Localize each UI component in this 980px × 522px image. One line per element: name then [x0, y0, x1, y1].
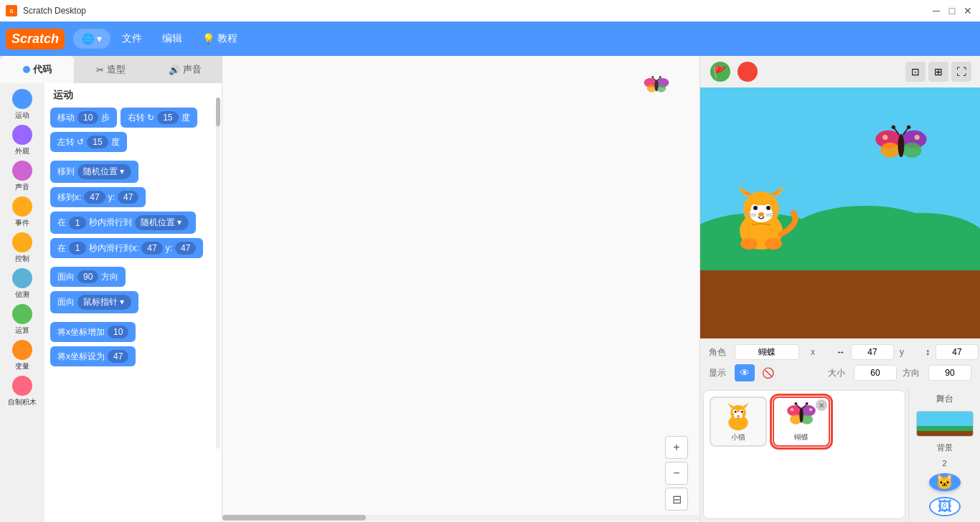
svg-point-58: [809, 408, 813, 412]
block-change-x[interactable]: 将x坐标增加 10: [50, 322, 136, 342]
cat-control-label: 控制: [15, 254, 29, 264]
cat-variables-circle: [12, 340, 32, 360]
cat-thumb-svg: [720, 401, 756, 431]
block-face-direction[interactable]: 面向 90 方向: [50, 267, 126, 287]
cat-operators[interactable]: 运算: [12, 304, 32, 336]
add-stage-button[interactable]: 🖼: [929, 497, 961, 516]
stop-button[interactable]: [738, 62, 758, 82]
svg-point-7: [651, 76, 654, 78]
block-move[interactable]: 移动 10 步: [50, 108, 117, 128]
script-sprite-butterfly: [642, 73, 671, 99]
zoom-fit-button[interactable]: ⊟: [665, 488, 688, 511]
dir-label: 方向: [903, 367, 923, 379]
tutorial-icon: 💡: [202, 33, 215, 44]
y-value-input[interactable]: [936, 344, 979, 360]
close-button[interactable]: ✕: [961, 4, 974, 17]
tab-code-label: 代码: [33, 63, 52, 76]
cat-variables[interactable]: 变量: [12, 340, 32, 371]
block-face-toward[interactable]: 面向 鼠标指针 ▾: [50, 291, 138, 313]
grass-right: [858, 213, 980, 270]
green-flag-button[interactable]: 🚩: [709, 60, 732, 83]
svg-point-47: [737, 415, 740, 417]
svg-point-44: [735, 411, 737, 413]
small-stage-button[interactable]: ⊡: [905, 62, 925, 82]
tab-costume[interactable]: ✂ 造型: [74, 56, 148, 83]
stage-thumbnail[interactable]: [916, 411, 974, 437]
svg-point-26: [765, 238, 782, 250]
block-glide-xy[interactable]: 在 1 秒内滑行到x: 47 y: 47: [50, 238, 203, 258]
cat-sensing[interactable]: 侦测: [12, 268, 32, 300]
stage-controls: 🚩 ⊡ ⊞ ⛶: [700, 56, 980, 87]
sprite-thumb-cat[interactable]: 小猫: [710, 397, 767, 447]
minimize-button[interactable]: ─: [930, 4, 943, 17]
svg-point-19: [766, 206, 771, 210]
sprite-info-panel: 角色 x ↔ y ↕ 显示 👁 🚫 大小 方向: [700, 338, 980, 387]
svg-point-37: [915, 135, 920, 140]
cat-control-circle: [12, 232, 32, 252]
svg-point-31: [898, 134, 905, 157]
sprites-row: 小猫 ✕: [710, 397, 899, 447]
block-turn-left[interactable]: 左转 ↺ 15 度: [50, 132, 127, 152]
scripting-area[interactable]: + − ⊟: [222, 56, 700, 522]
stage-cat-sprite: [722, 181, 801, 252]
main-area: 代码 ✂ 造型 🔊 声音 运动 外观: [0, 56, 980, 522]
dir-input[interactable]: [928, 365, 971, 381]
svg-point-55: [794, 402, 797, 405]
size-input[interactable]: [854, 365, 897, 381]
stage-side-panel: 舞台 背景 2 🐱 🖼: [908, 387, 980, 522]
tutorial-menu[interactable]: 💡 教程: [194, 28, 246, 49]
normal-stage-button[interactable]: ⊞: [928, 62, 948, 82]
block-goto-xy[interactable]: 移到x: 47 y: 47: [50, 187, 146, 207]
cat-looks[interactable]: 外观: [12, 125, 32, 156]
cat-operators-circle: [12, 304, 32, 324]
h-scrollbar[interactable]: [222, 515, 699, 521]
h-scrollbar-thumb: [222, 515, 366, 521]
cat-sound-circle: [12, 161, 32, 181]
zoom-in-button[interactable]: +: [665, 436, 688, 459]
block-turn-right[interactable]: 右转 ↻ 15 度: [121, 108, 197, 128]
visibility-buttons: 👁 🚫: [735, 364, 778, 381]
x-value-input[interactable]: [851, 344, 894, 360]
tab-code[interactable]: 代码: [0, 56, 74, 83]
add-sprite-button[interactable]: 🐱: [929, 473, 961, 491]
tab-sound-label: 声音: [183, 63, 202, 76]
cat-operators-label: 运算: [15, 326, 29, 336]
cat-events[interactable]: 事件: [12, 196, 32, 228]
svg-point-45: [741, 411, 743, 413]
svg-point-25: [740, 238, 758, 250]
svg-point-56: [806, 402, 809, 405]
file-menu[interactable]: 文件: [113, 28, 151, 49]
script-canvas: [222, 56, 699, 522]
butterfly-script-svg: [642, 73, 671, 97]
globe-icon: 🌐: [82, 33, 94, 44]
sprite-delete-button[interactable]: ✕: [816, 399, 827, 411]
zoom-out-button[interactable]: −: [665, 462, 688, 485]
maximize-button[interactable]: □: [946, 4, 958, 17]
cat-myblocks[interactable]: 自制积木: [8, 376, 37, 407]
title-text: Scratch Desktop: [23, 6, 86, 16]
layout-buttons: ⊡ ⊞ ⛶: [905, 62, 971, 82]
cat-myblocks-circle: [12, 376, 32, 396]
cat-control[interactable]: 控制: [12, 232, 32, 264]
hide-button[interactable]: 🚫: [758, 364, 778, 381]
bg-num: 2: [942, 459, 946, 468]
sprite-thumb-butterfly[interactable]: ✕: [773, 397, 830, 447]
tab-sound[interactable]: 🔊 声音: [148, 56, 222, 83]
block-goto[interactable]: 移到 随机位置 ▾: [50, 161, 138, 183]
edit-menu[interactable]: 编辑: [154, 28, 191, 49]
size-label: 大小: [828, 367, 848, 379]
show-button[interactable]: 👁: [735, 364, 755, 381]
cat-sound[interactable]: 声音: [12, 161, 32, 192]
sprite-label: 角色: [709, 346, 729, 359]
language-button[interactable]: 🌐 ▾: [73, 29, 110, 49]
block-glide-random[interactable]: 在 1 秒内滑行到 随机位置 ▾: [50, 212, 196, 234]
butterfly-thumb-svg: [783, 401, 819, 431]
flag-icon: 🚩: [710, 62, 730, 82]
cat-events-circle: [12, 196, 32, 217]
block-set-x[interactable]: 将x坐标设为 47: [50, 346, 136, 366]
cat-motion[interactable]: 运动: [12, 89, 32, 120]
sprite-name-input[interactable]: [735, 344, 799, 360]
x-arrow-icon: ↔: [837, 347, 845, 357]
fullscreen-button[interactable]: ⛶: [951, 62, 971, 82]
bg-count-label: 背景: [937, 442, 953, 453]
